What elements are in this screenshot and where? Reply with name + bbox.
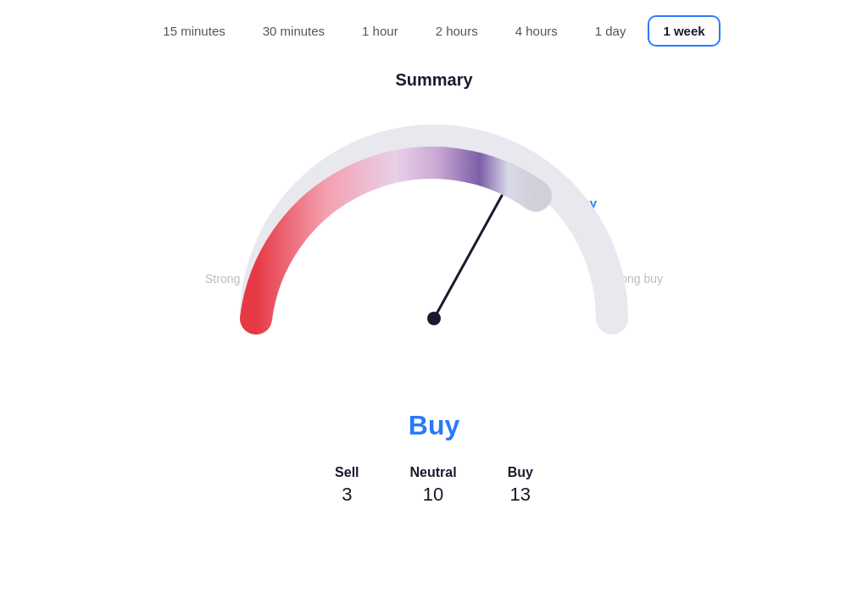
buy-recommendation-label: Buy — [409, 410, 459, 441]
time-tab-1d[interactable]: 1 day — [580, 15, 642, 47]
time-tab-30m[interactable]: 30 minutes — [248, 15, 340, 47]
main-content: Summary Neutral Sell Buy Strong sell Str… — [0, 62, 868, 609]
stat-item-neutral: Neutral10 — [410, 465, 457, 506]
svg-line-0 — [434, 196, 502, 318]
stat-label-buy: Buy — [508, 465, 533, 480]
time-tab-1h[interactable]: 1 hour — [347, 15, 414, 47]
svg-point-1 — [427, 312, 441, 325]
stat-value-neutral: 10 — [423, 484, 443, 506]
time-tab-1w[interactable]: 1 week — [648, 15, 720, 47]
stat-value-sell: 3 — [342, 484, 352, 506]
stat-item-buy: Buy13 — [508, 465, 533, 506]
stat-label-neutral: Neutral — [410, 465, 457, 480]
time-tabs: 15 minutes30 minutes1 hour2 hours4 hours… — [0, 0, 868, 62]
time-tab-4h[interactable]: 4 hours — [500, 15, 573, 47]
stats-row: Sell3Neutral10Buy13 — [335, 465, 533, 506]
stat-item-sell: Sell3 — [335, 465, 359, 506]
time-tab-2h[interactable]: 2 hours — [420, 15, 493, 47]
time-tab-15m[interactable]: 15 minutes — [147, 15, 240, 47]
gauge-wrapper: Neutral Sell Buy Strong sell Strong buy — [180, 115, 688, 403]
gauge-svg — [222, 115, 646, 352]
stat-label-sell: Sell — [335, 465, 359, 480]
summary-title: Summary — [395, 70, 472, 90]
stat-value-buy: 13 — [510, 484, 531, 506]
